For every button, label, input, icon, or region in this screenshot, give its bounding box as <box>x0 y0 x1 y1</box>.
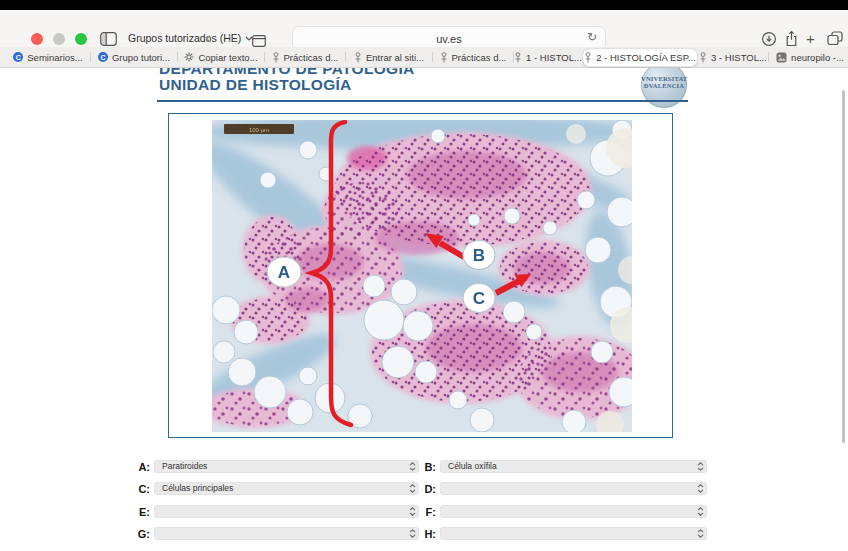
histology-micrograph: 100 µm A <box>212 120 632 432</box>
title-line-2: UNIDAD DE HISTOLOGÍA <box>159 77 415 93</box>
field-label-e: E: <box>124 506 150 519</box>
select-g[interactable] <box>154 527 419 540</box>
scale-bar-label: 100 µm <box>249 127 269 133</box>
svg-text:C: C <box>473 289 485 308</box>
select-b[interactable]: Célula oxífila <box>440 460 707 473</box>
zoom-window-button[interactable] <box>75 33 87 45</box>
menu-strip <box>0 0 848 10</box>
select-h[interactable] <box>440 527 707 540</box>
gear-icon <box>184 52 194 62</box>
tab-practicas-2[interactable]: Prácticas d... <box>433 49 513 66</box>
annotation-label-b: B <box>463 241 495 270</box>
field-label-h: H: <box>420 528 436 541</box>
scale-bar: 100 µm <box>224 124 294 134</box>
universitat-valencia-logo: VNIVERSITAT ĐVALÈNCIA <box>641 68 687 108</box>
select-a[interactable]: Paratiroides <box>154 460 419 473</box>
field-label-a: A: <box>124 461 150 474</box>
field-label-b: B: <box>420 461 436 474</box>
browser-toolbar: Grupos tutorizados (HE) ‹ › uv.es ↻ + <box>0 10 848 48</box>
annotation-label-c: C <box>463 284 495 313</box>
select-f[interactable] <box>440 505 707 518</box>
image-icon <box>776 52 787 63</box>
annotation-label-a: A <box>267 257 301 287</box>
close-window-button[interactable] <box>31 33 43 45</box>
header-divider <box>157 100 688 102</box>
field-label-d: D: <box>420 483 436 496</box>
select-c-value: Células principales <box>162 483 233 493</box>
field-label-c: C: <box>124 483 150 496</box>
svg-text:B: B <box>473 246 485 265</box>
tab-practicas-1[interactable]: Prácticas d... <box>265 49 345 66</box>
stepper-icon <box>697 462 704 475</box>
svg-text:A: A <box>278 263 290 282</box>
tab-copiar-texto[interactable]: Copiar texto... <box>178 49 264 66</box>
uv-icon <box>584 52 592 63</box>
tab-3-histologia[interactable]: 3 - HISTOL... <box>698 49 768 66</box>
uv-icon <box>699 52 707 63</box>
uv-icon <box>440 52 448 63</box>
stepper-icon <box>409 462 416 475</box>
tab-1-histologia[interactable]: 1 - HISTOL... <box>514 49 582 66</box>
stepper-icon <box>697 484 704 497</box>
histology-figure-frame: 100 µm A <box>168 113 673 438</box>
stepper-icon <box>409 529 416 542</box>
aula-virtual-icon: C <box>13 52 23 62</box>
tab-seminarios[interactable]: C Seminarios... <box>6 49 90 66</box>
field-label-f: F: <box>420 506 436 519</box>
new-tab-icon[interactable]: + <box>806 30 815 47</box>
tab-grupo-tutorizado[interactable]: C Grupo tutori... <box>91 49 177 66</box>
select-c[interactable]: Células principales <box>154 482 419 495</box>
aula-virtual-icon: C <box>98 52 108 62</box>
stepper-icon <box>409 484 416 497</box>
page-scrollbar[interactable] <box>842 90 845 443</box>
stepper-icon <box>697 507 704 520</box>
select-e[interactable] <box>154 505 419 518</box>
tab-entrar-al-sitio[interactable]: Entrar al siti... <box>346 49 432 66</box>
select-d[interactable] <box>440 482 707 495</box>
select-a-value: Paratiroides <box>162 461 207 471</box>
stepper-icon <box>697 529 704 542</box>
stepper-icon <box>409 507 416 520</box>
field-label-g: G: <box>124 528 150 541</box>
uv-icon <box>354 52 362 63</box>
minimize-window-button[interactable] <box>53 33 65 45</box>
select-b-value: Célula oxífila <box>448 461 497 471</box>
reload-icon[interactable]: ↻ <box>587 30 597 44</box>
page-content: DEPARTAMENTO DE PATOLOGÍA UNIDAD DE HIST… <box>0 68 848 551</box>
safari-window: Grupos tutorizados (HE) ‹ › uv.es ↻ + C … <box>0 0 848 551</box>
tab-neuropilo[interactable]: neuropilo -... <box>769 49 848 66</box>
address-url: uv.es <box>436 33 461 45</box>
uv-icon <box>272 52 280 63</box>
uv-icon <box>514 52 522 63</box>
tab-2-histologia-active[interactable]: 2 - HISTOLOGÍA ESP... <box>582 48 698 67</box>
tab-bar: C Seminarios... C Grupo tutori... Copiar… <box>0 47 848 68</box>
page-title: DEPARTAMENTO DE PATOLOGÍA UNIDAD DE HIST… <box>159 68 415 93</box>
